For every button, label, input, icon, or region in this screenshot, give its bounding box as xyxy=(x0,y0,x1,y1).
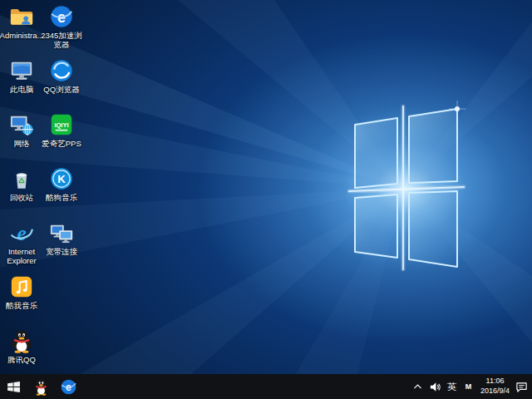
desktop-area: Administra... 此电脑 网络 回收站 xyxy=(0,0,532,374)
svg-text:e: e xyxy=(17,221,26,244)
chevron-up-icon xyxy=(412,382,423,392)
iqiyi-pps-icon: iQIYI xyxy=(49,112,74,137)
clock-date: 2016/9/4 xyxy=(480,387,510,397)
desktop-icon-broadband[interactable]: 宽带连接 xyxy=(42,220,81,274)
icon-label: QQ浏览器 xyxy=(38,85,85,94)
action-center-icon xyxy=(515,381,528,393)
kuwo-music-icon xyxy=(9,274,34,299)
desktop-icon-column-1: Administra... 此电脑 网络 回收站 xyxy=(2,4,42,374)
desktop-icon-kugou-music[interactable]: K 酷狗音乐 xyxy=(42,166,81,220)
e-browser-icon: e xyxy=(49,4,74,29)
desktop-icon-recycle-bin[interactable]: 回收站 xyxy=(2,166,42,220)
recycle-bin-icon xyxy=(9,166,34,191)
windows-logo-icon xyxy=(7,380,21,394)
taskbar-clock[interactable]: 11:06 2016/9/4 xyxy=(480,377,510,396)
broadband-icon xyxy=(49,220,74,245)
speaker-icon xyxy=(429,381,441,393)
icon-label: 酷狗音乐 xyxy=(38,193,85,202)
clock-time: 11:06 xyxy=(480,377,510,387)
taskbar-qq-button[interactable] xyxy=(27,374,55,399)
desktop-icon-internet-explorer[interactable]: e Internet Explorer xyxy=(2,220,42,274)
start-button[interactable] xyxy=(0,374,27,399)
tray-ime-mode-badge[interactable]: M xyxy=(462,381,475,393)
icon-label: 宽带连接 xyxy=(38,247,85,256)
icon-label: 腾讯QQ xyxy=(0,355,45,364)
desktop-icon-administrator[interactable]: Administra... xyxy=(2,4,42,58)
tray-ime-language-button[interactable]: 英 xyxy=(447,374,456,399)
windows-10-desktop: Administra... 此电脑 网络 回收站 xyxy=(0,0,532,399)
system-tray: 英 M 11:06 2016/9/4 xyxy=(412,374,532,399)
qq-browser-icon xyxy=(49,58,74,83)
desktop-icon-iqiyi-pps[interactable]: iQIYI 爱奇艺PPS xyxy=(42,112,81,166)
desktop-icon-2345-browser[interactable]: e 2345加速浏览器 xyxy=(42,4,81,58)
desktop-icon-qq-browser[interactable]: QQ浏览器 xyxy=(42,58,81,112)
ie-icon: e xyxy=(9,220,34,245)
svg-text:iQIYI: iQIYI xyxy=(54,121,68,129)
action-center-button[interactable] xyxy=(515,374,528,399)
taskbar: e 英 M 11:06 2016/9/4 xyxy=(0,374,532,399)
user-folder-icon xyxy=(9,4,34,29)
network-globe-icon xyxy=(9,112,34,137)
tray-show-hidden-icons-button[interactable] xyxy=(412,374,423,399)
desktop-icon-this-pc[interactable]: 此电脑 xyxy=(2,58,42,112)
desktop-icon-column-2: e 2345加速浏览器 QQ浏览器 iQIYI 爱奇艺PPS K xyxy=(42,4,81,274)
desktop-icon-network[interactable]: 网络 xyxy=(2,112,42,166)
computer-icon xyxy=(9,58,34,83)
icon-label: 2345加速浏览器 xyxy=(38,31,85,50)
icon-label: 酷我音乐 xyxy=(0,301,45,310)
desktop-icon-kuwo-music[interactable]: 酷我音乐 xyxy=(2,274,42,328)
icon-label: 爱奇艺PPS xyxy=(38,139,85,148)
qq-penguin-icon xyxy=(32,378,50,396)
e-browser-icon: e xyxy=(60,378,77,396)
taskbar-left-buttons: e xyxy=(0,374,82,399)
taskbar-2345-browser-button[interactable]: e xyxy=(55,374,82,399)
desktop-icon-tencent-qq[interactable]: 腾讯QQ xyxy=(2,328,42,374)
kugou-music-icon: K xyxy=(49,166,74,191)
svg-text:K: K xyxy=(57,173,66,185)
qq-penguin-icon xyxy=(9,328,34,353)
tray-volume-button[interactable] xyxy=(429,374,441,399)
